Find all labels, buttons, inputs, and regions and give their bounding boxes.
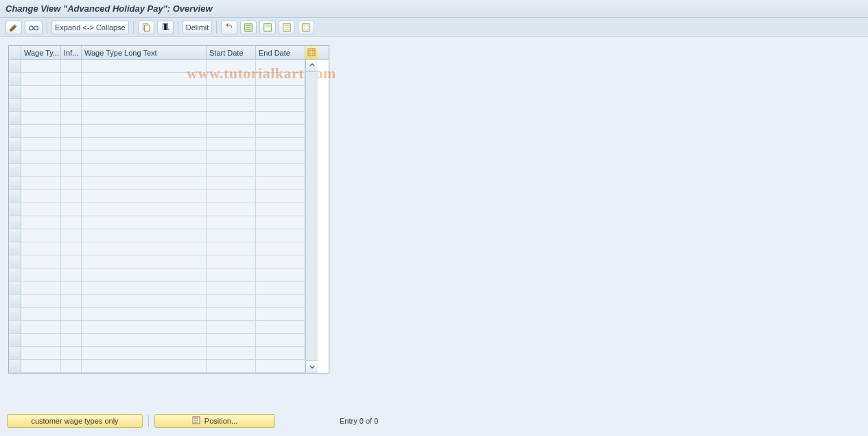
cell-long-text[interactable] xyxy=(82,255,207,268)
cell-end-date[interactable] xyxy=(256,164,305,176)
cell-wage-type[interactable] xyxy=(21,125,61,137)
cell-end-date[interactable] xyxy=(256,112,305,124)
row-selector[interactable] xyxy=(9,73,21,85)
cell-infotype[interactable] xyxy=(61,360,82,372)
other-view-button[interactable] xyxy=(25,21,43,34)
column-end-date[interactable]: End Date xyxy=(256,46,305,59)
cell-long-text[interactable] xyxy=(82,308,207,320)
cell-start-date[interactable] xyxy=(207,308,256,320)
cell-start-date[interactable] xyxy=(207,99,256,111)
cell-wage-type[interactable] xyxy=(21,60,61,72)
cell-start-date[interactable] xyxy=(207,138,256,150)
cell-end-date[interactable] xyxy=(256,321,305,333)
cell-infotype[interactable] xyxy=(61,268,82,281)
table-row[interactable] xyxy=(9,321,305,334)
cell-start-date[interactable] xyxy=(207,60,256,72)
cell-end-date[interactable] xyxy=(256,347,305,359)
cell-wage-type[interactable] xyxy=(21,229,61,242)
cell-long-text[interactable] xyxy=(82,295,207,307)
cell-infotype[interactable] xyxy=(61,334,82,346)
cell-start-date[interactable] xyxy=(207,360,256,372)
cell-start-date[interactable] xyxy=(207,216,256,229)
cell-infotype[interactable] xyxy=(61,99,82,111)
column-infotype[interactable]: Inf... xyxy=(61,46,82,59)
cell-long-text[interactable] xyxy=(82,216,207,229)
row-selector[interactable] xyxy=(9,282,21,294)
cell-long-text[interactable] xyxy=(82,268,207,281)
cell-long-text[interactable] xyxy=(82,190,207,203)
toggle-edit-button[interactable] xyxy=(5,21,22,34)
position-button[interactable]: Position... xyxy=(154,414,275,428)
table-row[interactable] xyxy=(9,112,305,125)
delete-button[interactable] xyxy=(157,21,174,34)
cell-wage-type[interactable] xyxy=(21,268,61,281)
cell-start-date[interactable] xyxy=(207,347,256,359)
cell-infotype[interactable] xyxy=(61,229,82,242)
row-selector[interactable] xyxy=(9,347,21,359)
table-row[interactable] xyxy=(9,308,305,321)
cell-start-date[interactable] xyxy=(207,164,256,176)
cell-end-date[interactable] xyxy=(256,216,305,229)
table-row[interactable] xyxy=(9,242,305,255)
cell-end-date[interactable] xyxy=(256,229,305,242)
cell-infotype[interactable] xyxy=(61,60,82,72)
cell-long-text[interactable] xyxy=(82,334,207,346)
undo-button[interactable] xyxy=(221,21,237,34)
cell-wage-type[interactable] xyxy=(21,151,61,163)
cell-long-text[interactable] xyxy=(82,164,207,176)
vertical-scrollbar[interactable] xyxy=(305,60,318,373)
cell-wage-type[interactable] xyxy=(21,138,61,150)
cell-long-text[interactable] xyxy=(82,347,207,359)
cell-wage-type[interactable] xyxy=(21,112,61,124)
cell-infotype[interactable] xyxy=(61,138,82,150)
row-selector[interactable] xyxy=(9,151,21,163)
cell-end-date[interactable] xyxy=(256,268,305,281)
cell-start-date[interactable] xyxy=(207,86,256,98)
cell-start-date[interactable] xyxy=(207,73,256,85)
scroll-up-button[interactable] xyxy=(306,60,318,72)
cell-wage-type[interactable] xyxy=(21,360,61,372)
cell-long-text[interactable] xyxy=(82,60,207,72)
cell-wage-type[interactable] xyxy=(21,216,61,229)
cell-end-date[interactable] xyxy=(256,60,305,72)
cell-long-text[interactable] xyxy=(82,125,207,137)
table-row[interactable] xyxy=(9,360,305,373)
cell-end-date[interactable] xyxy=(256,282,305,294)
table-settings-button[interactable] xyxy=(305,46,318,59)
cell-wage-type[interactable] xyxy=(21,177,61,190)
column-selector[interactable] xyxy=(9,46,21,59)
row-selector[interactable] xyxy=(9,190,21,203)
deselect-all-button[interactable] xyxy=(279,21,295,34)
row-selector[interactable] xyxy=(9,164,21,176)
row-selector[interactable] xyxy=(9,112,21,124)
row-selector[interactable] xyxy=(9,242,21,255)
cell-long-text[interactable] xyxy=(82,86,207,98)
row-selector[interactable] xyxy=(9,321,21,333)
cell-infotype[interactable] xyxy=(61,177,82,190)
table-row[interactable] xyxy=(9,334,305,347)
row-selector[interactable] xyxy=(9,295,21,307)
row-selector[interactable] xyxy=(9,268,21,281)
cell-start-date[interactable] xyxy=(207,255,256,268)
cell-start-date[interactable] xyxy=(207,321,256,333)
cell-start-date[interactable] xyxy=(207,295,256,307)
cell-end-date[interactable] xyxy=(256,125,305,137)
row-selector[interactable] xyxy=(9,86,21,98)
cell-wage-type[interactable] xyxy=(21,190,61,203)
row-selector[interactable] xyxy=(9,125,21,137)
cell-wage-type[interactable] xyxy=(21,73,61,85)
column-start-date[interactable]: Start Date xyxy=(207,46,256,59)
cell-long-text[interactable] xyxy=(82,229,207,242)
scroll-down-button[interactable] xyxy=(306,360,318,373)
row-selector[interactable] xyxy=(9,255,21,268)
cell-infotype[interactable] xyxy=(61,321,82,333)
table-row[interactable] xyxy=(9,99,305,112)
cell-wage-type[interactable] xyxy=(21,242,61,255)
cell-end-date[interactable] xyxy=(256,295,305,307)
cell-start-date[interactable] xyxy=(207,203,256,216)
cell-long-text[interactable] xyxy=(82,112,207,124)
table-row[interactable] xyxy=(9,282,305,295)
table-row[interactable] xyxy=(9,347,305,360)
cell-long-text[interactable] xyxy=(82,282,207,294)
cell-wage-type[interactable] xyxy=(21,255,61,268)
